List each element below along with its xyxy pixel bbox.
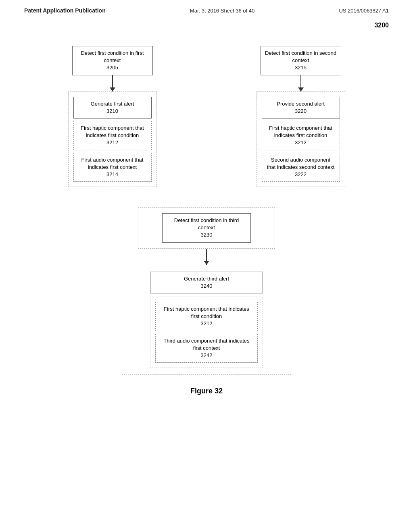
provide-second-alert-label: Provide second alert	[277, 101, 325, 107]
left-audio-number: 3214	[106, 171, 118, 177]
generate-third-alert-box: Generate third alert 3240	[150, 272, 263, 293]
detect-third-label: Detect first condition in third context	[174, 217, 239, 231]
detect-third-context-box: Detect first condition in third context …	[162, 213, 251, 243]
detect-first-condition-second-context-box: Detect first condition in second context…	[261, 46, 341, 75]
detect-third-number: 3230	[201, 232, 213, 238]
generate-first-alert-box: Generate first alert 3210	[73, 97, 152, 118]
diagram-area: 3200 Detect first condition in first con…	[0, 18, 413, 411]
generate-third-alert-label: Generate third alert	[184, 276, 229, 282]
left-column: Detect first condition in first context …	[24, 46, 200, 187]
bottom-audio-box: Third audio component that indicates fir…	[155, 334, 258, 363]
detect-second-number: 3215	[295, 64, 307, 71]
arrow-right-1	[300, 75, 301, 91]
third-alert-components-container: First haptic component that indicates fi…	[150, 297, 263, 368]
right-audio-box: Second audio component that indicates se…	[262, 153, 340, 182]
detect-first-number: 3205	[106, 64, 118, 71]
provide-second-alert-number: 3220	[295, 108, 307, 114]
middle-arrow-container	[24, 249, 389, 265]
right-audio-number: 3222	[295, 171, 307, 177]
left-haptic-number: 3212	[106, 139, 118, 145]
publication-title: Patent Application Publication	[24, 7, 106, 14]
arrow-middle	[206, 249, 207, 265]
right-haptic-box: First haptic component that indicates fi…	[262, 121, 340, 150]
page-header: Patent Application Publication Mar. 3, 2…	[0, 0, 413, 18]
top-row: Detect first condition in first context …	[24, 46, 389, 187]
generate-first-alert-number: 3210	[106, 108, 118, 114]
generate-third-alert-number: 3240	[201, 283, 213, 289]
left-haptic-box: First haptic component that indicates fi…	[73, 121, 152, 150]
generate-first-alert-label: Generate first alert	[91, 101, 134, 107]
detect-second-label: Detect first condition in second context	[265, 50, 336, 63]
left-audio-box: First audio component that indicates fir…	[73, 153, 152, 182]
publication-date-sheet: Mar. 3, 2016 Sheet 36 of 40	[190, 8, 254, 14]
bottom-haptic-number: 3212	[201, 320, 213, 326]
detect-third-context-outer: Detect first condition in third context …	[138, 207, 275, 249]
bottom-audio-number: 3242	[201, 352, 213, 358]
generate-third-alert-outer: Generate third alert 3240 First haptic c…	[122, 265, 291, 375]
bottom-section: Generate third alert 3240 First haptic c…	[24, 265, 389, 375]
provide-second-alert-box: Provide second alert 3220	[262, 97, 340, 118]
right-haptic-label: First haptic component that indicates fi…	[269, 125, 332, 138]
bottom-haptic-label: First haptic component that indicates fi…	[164, 306, 249, 319]
detect-first-condition-first-context-box: Detect first condition in first context …	[72, 46, 153, 75]
left-haptic-label: First haptic component that indicates fi…	[81, 125, 144, 138]
provide-second-alert-container: Provide second alert 3220 First haptic c…	[257, 91, 345, 187]
generate-first-alert-container: Generate first alert 3210 First haptic c…	[68, 91, 157, 187]
bottom-haptic-box: First haptic component that indicates fi…	[155, 302, 258, 331]
right-column: Detect first condition in second context…	[213, 46, 389, 187]
publication-number: US 2016/0063827 A1	[339, 8, 389, 14]
left-audio-label: First audio component that indicates fir…	[81, 157, 144, 170]
arrow-left-1	[112, 75, 113, 91]
middle-section: Detect first condition in third context …	[24, 207, 389, 249]
figure-number: 3200	[374, 22, 389, 29]
right-haptic-number: 3212	[295, 139, 307, 145]
figure-caption: Figure 32	[24, 387, 389, 403]
right-audio-label: Second audio component that indicates se…	[267, 157, 335, 170]
bottom-audio-label: Third audio component that indicates fir…	[163, 338, 249, 351]
detect-first-label: Detect first condition in first context	[81, 50, 144, 63]
